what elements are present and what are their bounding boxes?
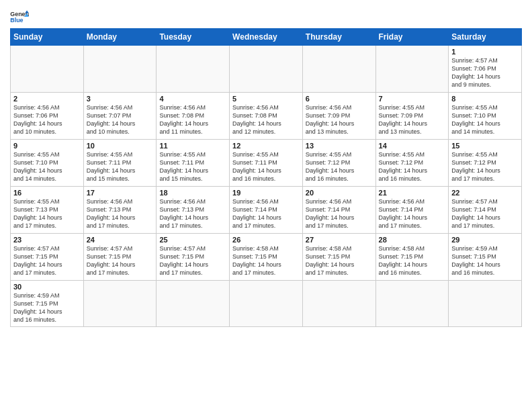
calendar-cell: 30Sunrise: 4:59 AM Sunset: 7:15 PM Dayli…	[11, 281, 84, 327]
cell-info-text: Sunrise: 4:55 AM Sunset: 7:13 PM Dayligh…	[13, 197, 81, 230]
calendar-cell	[11, 46, 84, 93]
weekday-header-tuesday: Tuesday	[157, 29, 230, 46]
calendar-cell: 16Sunrise: 4:55 AM Sunset: 7:13 PM Dayli…	[11, 187, 84, 234]
calendar-week-row: 9Sunrise: 4:55 AM Sunset: 7:10 PM Daylig…	[11, 140, 522, 187]
calendar-cell: 8Sunrise: 4:55 AM Sunset: 7:10 PM Daylig…	[449, 93, 522, 140]
calendar-cell: 18Sunrise: 4:56 AM Sunset: 7:13 PM Dayli…	[157, 187, 230, 234]
calendar-week-row: 2Sunrise: 4:56 AM Sunset: 7:06 PM Daylig…	[11, 93, 522, 140]
cell-info-text: Sunrise: 4:57 AM Sunset: 7:06 PM Dayligh…	[451, 56, 519, 89]
calendar-cell: 9Sunrise: 4:55 AM Sunset: 7:10 PM Daylig…	[11, 140, 84, 187]
cell-info-text: Sunrise: 4:55 AM Sunset: 7:10 PM Dayligh…	[13, 150, 81, 183]
cell-date-number: 12	[232, 142, 300, 150]
cell-info-text: Sunrise: 4:59 AM Sunset: 7:15 PM Dayligh…	[451, 244, 519, 277]
cell-date-number: 11	[159, 142, 226, 150]
cell-info-text: Sunrise: 4:55 AM Sunset: 7:12 PM Dayligh…	[379, 150, 446, 183]
calendar-cell: 4Sunrise: 4:56 AM Sunset: 7:08 PM Daylig…	[157, 93, 230, 140]
cell-info-text: Sunrise: 4:56 AM Sunset: 7:07 PM Dayligh…	[87, 103, 154, 136]
cell-date-number: 23	[13, 236, 81, 244]
cell-date-number: 15	[451, 142, 519, 150]
cell-date-number: 21	[379, 189, 446, 197]
cell-date-number: 27	[306, 236, 373, 244]
cell-info-text: Sunrise: 4:56 AM Sunset: 7:06 PM Dayligh…	[13, 103, 81, 136]
calendar-cell: 1Sunrise: 4:57 AM Sunset: 7:06 PM Daylig…	[449, 46, 522, 93]
weekday-header-wednesday: Wednesday	[230, 29, 303, 46]
calendar-cell: 11Sunrise: 4:55 AM Sunset: 7:11 PM Dayli…	[157, 140, 230, 187]
calendar-cell: 12Sunrise: 4:55 AM Sunset: 7:11 PM Dayli…	[230, 140, 303, 187]
calendar-cell: 21Sunrise: 4:56 AM Sunset: 7:14 PM Dayli…	[375, 187, 449, 234]
logo: General Blue	[10, 9, 29, 24]
calendar-cell: 14Sunrise: 4:55 AM Sunset: 7:12 PM Dayli…	[375, 140, 449, 187]
cell-date-number: 7	[379, 95, 446, 103]
calendar-week-row: 23Sunrise: 4:57 AM Sunset: 7:15 PM Dayli…	[11, 234, 522, 281]
cell-date-number: 6	[306, 95, 373, 103]
cell-info-text: Sunrise: 4:57 AM Sunset: 7:15 PM Dayligh…	[87, 244, 154, 277]
cell-info-text: Sunrise: 4:56 AM Sunset: 7:09 PM Dayligh…	[306, 103, 373, 136]
cell-date-number: 2	[13, 95, 81, 103]
calendar-cell	[230, 46, 303, 93]
calendar-cell	[230, 281, 303, 327]
calendar-cell: 28Sunrise: 4:58 AM Sunset: 7:15 PM Dayli…	[375, 234, 449, 281]
calendar-cell: 3Sunrise: 4:56 AM Sunset: 7:07 PM Daylig…	[83, 93, 157, 140]
calendar-cell: 13Sunrise: 4:55 AM Sunset: 7:12 PM Dayli…	[302, 140, 375, 187]
cell-date-number: 29	[451, 236, 519, 244]
cell-date-number: 13	[306, 142, 373, 150]
calendar-cell	[157, 281, 230, 327]
cell-date-number: 14	[379, 142, 446, 150]
calendar-cell: 10Sunrise: 4:55 AM Sunset: 7:11 PM Dayli…	[83, 140, 157, 187]
calendar-cell	[302, 281, 375, 327]
cell-info-text: Sunrise: 4:56 AM Sunset: 7:08 PM Dayligh…	[159, 103, 226, 136]
page-header: General Blue	[10, 7, 522, 24]
cell-info-text: Sunrise: 4:57 AM Sunset: 7:15 PM Dayligh…	[159, 244, 226, 277]
cell-info-text: Sunrise: 4:55 AM Sunset: 7:12 PM Dayligh…	[451, 150, 519, 183]
calendar-cell	[157, 46, 230, 93]
cell-info-text: Sunrise: 4:56 AM Sunset: 7:14 PM Dayligh…	[232, 197, 300, 230]
calendar-cell: 15Sunrise: 4:55 AM Sunset: 7:12 PM Dayli…	[449, 140, 522, 187]
cell-date-number: 20	[306, 189, 373, 197]
cell-info-text: Sunrise: 4:59 AM Sunset: 7:15 PM Dayligh…	[13, 291, 81, 324]
calendar-cell	[302, 46, 375, 93]
cell-info-text: Sunrise: 4:55 AM Sunset: 7:11 PM Dayligh…	[232, 150, 300, 183]
calendar-week-row: 1Sunrise: 4:57 AM Sunset: 7:06 PM Daylig…	[11, 46, 522, 93]
cell-date-number: 28	[379, 236, 446, 244]
calendar-cell: 23Sunrise: 4:57 AM Sunset: 7:15 PM Dayli…	[11, 234, 84, 281]
svg-text:Blue: Blue	[10, 17, 23, 24]
calendar-cell: 6Sunrise: 4:56 AM Sunset: 7:09 PM Daylig…	[302, 93, 375, 140]
calendar-cell: 2Sunrise: 4:56 AM Sunset: 7:06 PM Daylig…	[11, 93, 84, 140]
cell-info-text: Sunrise: 4:55 AM Sunset: 7:10 PM Dayligh…	[451, 103, 519, 136]
weekday-header-sunday: Sunday	[11, 29, 84, 46]
calendar-cell	[375, 281, 449, 327]
calendar-cell: 5Sunrise: 4:56 AM Sunset: 7:08 PM Daylig…	[230, 93, 303, 140]
cell-date-number: 16	[13, 189, 81, 197]
cell-date-number: 30	[13, 283, 81, 291]
cell-info-text: Sunrise: 4:57 AM Sunset: 7:14 PM Dayligh…	[451, 197, 519, 230]
weekday-header-saturday: Saturday	[449, 29, 522, 46]
calendar-cell	[83, 46, 157, 93]
calendar-cell: 29Sunrise: 4:59 AM Sunset: 7:15 PM Dayli…	[449, 234, 522, 281]
calendar-cell: 7Sunrise: 4:55 AM Sunset: 7:09 PM Daylig…	[375, 93, 449, 140]
calendar-cell: 26Sunrise: 4:58 AM Sunset: 7:15 PM Dayli…	[230, 234, 303, 281]
calendar-cell	[83, 281, 157, 327]
calendar-week-row: 30Sunrise: 4:59 AM Sunset: 7:15 PM Dayli…	[11, 281, 522, 327]
cell-info-text: Sunrise: 4:55 AM Sunset: 7:09 PM Dayligh…	[379, 103, 446, 136]
calendar-table: SundayMondayTuesdayWednesdayThursdayFrid…	[10, 28, 522, 327]
cell-date-number: 5	[232, 95, 300, 103]
cell-info-text: Sunrise: 4:55 AM Sunset: 7:11 PM Dayligh…	[159, 150, 226, 183]
cell-date-number: 24	[87, 236, 154, 244]
cell-info-text: Sunrise: 4:58 AM Sunset: 7:15 PM Dayligh…	[306, 244, 373, 277]
calendar-cell: 22Sunrise: 4:57 AM Sunset: 7:14 PM Dayli…	[449, 187, 522, 234]
calendar-cell	[449, 281, 522, 327]
cell-date-number: 25	[159, 236, 226, 244]
cell-info-text: Sunrise: 4:56 AM Sunset: 7:14 PM Dayligh…	[379, 197, 446, 230]
cell-date-number: 19	[232, 189, 300, 197]
cell-info-text: Sunrise: 4:57 AM Sunset: 7:15 PM Dayligh…	[13, 244, 81, 277]
logo-icon: General Blue	[10, 9, 29, 24]
cell-date-number: 8	[451, 95, 519, 103]
calendar-cell: 25Sunrise: 4:57 AM Sunset: 7:15 PM Dayli…	[157, 234, 230, 281]
cell-date-number: 18	[159, 189, 226, 197]
calendar-cell: 17Sunrise: 4:56 AM Sunset: 7:13 PM Dayli…	[83, 187, 157, 234]
cell-info-text: Sunrise: 4:56 AM Sunset: 7:13 PM Dayligh…	[159, 197, 226, 230]
cell-info-text: Sunrise: 4:58 AM Sunset: 7:15 PM Dayligh…	[379, 244, 446, 277]
cell-info-text: Sunrise: 4:56 AM Sunset: 7:08 PM Dayligh…	[232, 103, 300, 136]
weekday-header-row: SundayMondayTuesdayWednesdayThursdayFrid…	[11, 29, 522, 46]
cell-info-text: Sunrise: 4:55 AM Sunset: 7:11 PM Dayligh…	[87, 150, 154, 183]
